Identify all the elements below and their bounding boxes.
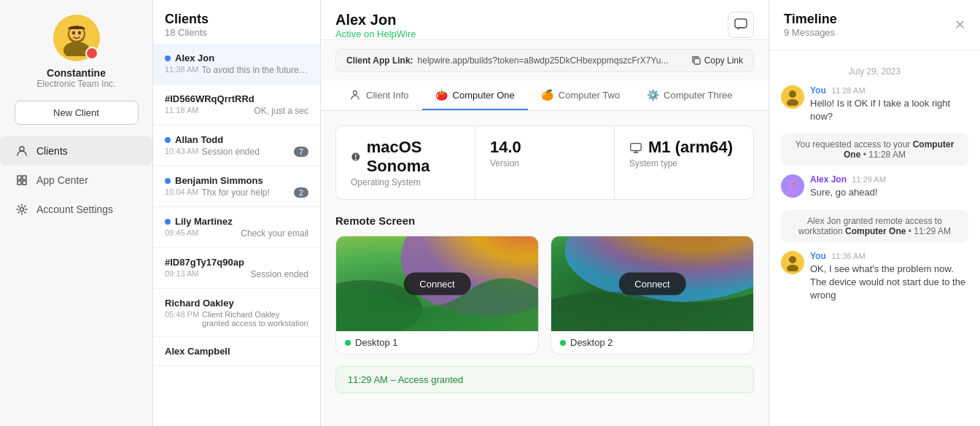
tab-client-info[interactable]: Client Info <box>335 81 422 110</box>
app-link-url: helpwire.app/builds?token=a8wdp25DkCHbex… <box>418 55 669 66</box>
message-sender: Alex Jon 11:29 AM <box>810 174 968 185</box>
client-list: Clients 18 Clients Alex Jon 11:38 AM To … <box>153 0 321 426</box>
client-item-alex-jon[interactable]: Alex Jon 11:38 AM To avoid this in the f… <box>153 44 320 85</box>
client-item-lily[interactable]: Lily Martinez 09:45 AM Check your email <box>153 207 320 248</box>
client-item-id566[interactable]: #ID566WRqQrrtRRd 11:18 AM OK, just a sec <box>153 85 320 125</box>
message-content: Alex Jon 11:29 AM Sure, go ahead! <box>810 174 968 199</box>
avatar-container <box>53 15 100 61</box>
system-msg-text: Alex Jon granted remote access to workst… <box>798 216 951 236</box>
svg-rect-8 <box>694 58 700 64</box>
clients-icon <box>15 144 29 158</box>
svg-point-20 <box>793 182 796 185</box>
message-row: You 11:36 AM OK, I see what's the proble… <box>781 251 968 303</box>
svg-point-22 <box>787 265 798 271</box>
system-msg-text: You requested access to your Computer On… <box>796 139 954 160</box>
main-content: macOS Sonoma Operating System 14.0 Versi… <box>321 111 769 426</box>
client-last-msg: 11:38 AM To avoid this in the future, pl… <box>165 65 308 75</box>
tab-label-computer-two: Computer Two <box>559 90 620 101</box>
svg-point-9 <box>354 91 357 95</box>
sidebar-item-account-settings[interactable]: Account Settings <box>0 195 152 224</box>
computer-three-icon: ⚙️ <box>646 88 659 101</box>
sidebar-item-label-account-settings: Account Settings <box>36 204 113 215</box>
message-text: Hello! Is it OK if I take a look right n… <box>810 97 968 123</box>
date-separator: July 29, 2023 <box>781 66 968 77</box>
client-list-title: Clients <box>165 12 308 27</box>
svg-point-16 <box>789 90 796 98</box>
screen-footer-2: Desktop 2 <box>551 331 753 354</box>
connect-button-2[interactable]: Connect <box>618 273 685 295</box>
main-header: Alex Jon Active on HelpWire <box>321 0 769 40</box>
unread-badge: 2 <box>294 187 308 198</box>
system-info: macOS Sonoma Operating System 14.0 Versi… <box>335 125 754 200</box>
client-item-id87g[interactable]: #ID87gTy17q90ap 09:13 AM Session ended <box>153 248 320 289</box>
svg-point-5 <box>20 147 24 151</box>
access-granted-bar: 11:29 AM – Access granted <box>335 366 754 393</box>
client-name: Alex Jon <box>165 53 308 63</box>
client-last-msg: 05:48 PM Client Richard Oakley granted a… <box>165 310 308 328</box>
main-panel: Alex Jon Active on HelpWire Client App L… <box>321 0 769 426</box>
svg-point-3 <box>72 31 75 35</box>
os-value: macOS Sonoma <box>351 138 460 176</box>
svg-rect-10 <box>631 144 641 151</box>
remote-screens: Connect Desktop 1 <box>335 236 754 355</box>
sidebar: Constantine Electronic Team Inc. New Cli… <box>0 0 153 426</box>
user-org: Electronic Team Inc. <box>37 79 116 89</box>
tabs: Client Info 🍅 Computer One 🍊 Computer Tw… <box>321 81 769 111</box>
new-client-button[interactable]: New Client <box>15 101 139 125</box>
timeline-header-info: Timeline 9 Messages <box>784 12 837 38</box>
client-last-msg: 09:45 AM Check your email <box>165 228 308 239</box>
you-avatar <box>781 251 804 274</box>
close-timeline-button[interactable]: ✕ <box>954 17 965 33</box>
screen-footer-1: Desktop 1 <box>336 331 538 354</box>
copy-link-label: Copy Link <box>704 55 743 66</box>
client-item-benjamin[interactable]: Benjamin Simmons 10:04 AM Thx for your h… <box>153 166 320 207</box>
client-item-alex-campbell[interactable]: Alex Campbell <box>153 337 320 366</box>
online-dot <box>165 137 171 143</box>
client-name: Allan Todd <box>165 134 308 145</box>
sidebar-item-label-app-center: App Center <box>36 174 88 186</box>
screen-preview-1: Connect <box>336 236 538 331</box>
main-client-name: Alex Jon <box>335 12 416 28</box>
message-row: Alex Jon 11:29 AM Sure, go ahead! <box>781 174 968 199</box>
computer-two-icon: 🍊 <box>541 88 554 101</box>
message-text: Sure, go ahead! <box>810 186 968 199</box>
screen-card-desktop2: Connect Desktop 2 <box>551 236 754 355</box>
tab-computer-one[interactable]: 🍅 Computer One <box>422 81 528 110</box>
message-content: You 11:28 AM Hello! Is it OK if I take a… <box>810 85 968 123</box>
system-type-info: M1 (arm64) System type <box>615 126 753 199</box>
system-message: Alex Jon granted remote access to workst… <box>781 210 968 242</box>
message-sender: You 11:36 AM <box>810 251 968 261</box>
sidebar-item-label-clients: Clients <box>36 145 68 157</box>
client-last-msg: 10:43 AM Session ended 7 <box>165 147 308 157</box>
timeline: Timeline 9 Messages ✕ July 29, 2023 You … <box>769 0 980 426</box>
app-link-bar: Client App Link: helpwire.app/builds?tok… <box>335 49 754 72</box>
client-list-header: Clients 18 Clients <box>153 0 320 44</box>
version-info: 14.0 Version <box>475 126 615 199</box>
online-dot <box>165 55 171 61</box>
tab-label-computer-three: Computer Three <box>664 90 732 101</box>
sidebar-item-app-center[interactable]: App Center <box>0 166 152 195</box>
copy-link-button[interactable]: Copy Link <box>691 55 743 66</box>
client-name: Richard Oakley <box>165 298 308 309</box>
sidebar-item-clients[interactable]: Clients <box>0 136 152 166</box>
message-text: OK, I see what's the problem now. The de… <box>810 263 968 303</box>
system-message: You requested access to your Computer On… <box>781 133 968 166</box>
version-label: Version <box>490 158 599 169</box>
version-value: 14.0 <box>490 138 599 157</box>
connect-button-1[interactable]: Connect <box>403 273 470 295</box>
you-avatar <box>781 85 804 109</box>
client-info-icon <box>349 88 362 101</box>
tab-computer-two[interactable]: 🍊 Computer Two <box>528 81 633 110</box>
client-avatar <box>781 174 804 198</box>
tab-computer-three[interactable]: ⚙️ Computer Three <box>633 81 745 110</box>
system-type-label: System type <box>629 158 739 169</box>
client-name: #ID87gTy17q90ap <box>165 257 308 268</box>
computer-one-icon: 🍅 <box>435 88 448 101</box>
screen-active-dot <box>560 340 566 346</box>
client-last-msg: 11:18 AM OK, just a sec <box>165 106 308 116</box>
os-label: Operating System <box>351 177 460 187</box>
client-item-allan-todd[interactable]: Allan Todd 10:43 AM Session ended 7 <box>153 125 320 166</box>
client-item-richard[interactable]: Richard Oakley 05:48 PM Client Richard O… <box>153 289 320 337</box>
chat-icon-button[interactable] <box>728 12 754 38</box>
os-info: macOS Sonoma Operating System <box>336 126 475 199</box>
